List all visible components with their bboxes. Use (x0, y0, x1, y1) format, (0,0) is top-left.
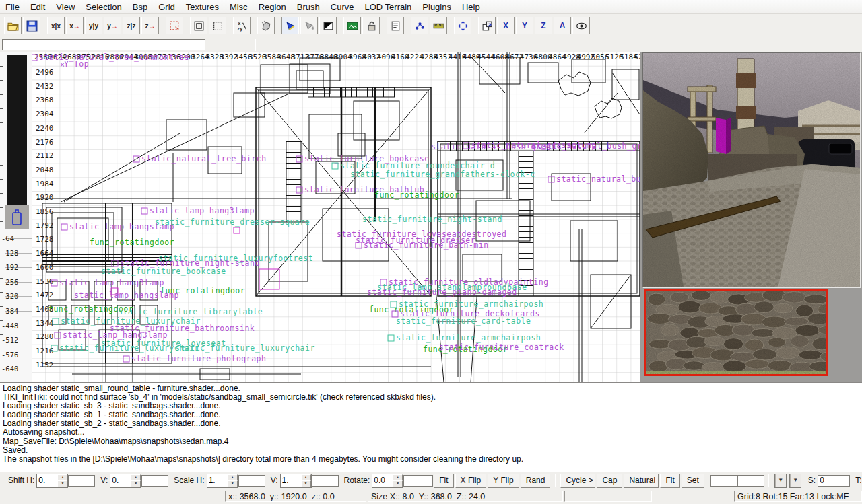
xy-2d-view[interactable]: 2560262426882752281628802944300830723136… (32, 52, 640, 382)
flip-y-button[interactable]: y|y (85, 17, 102, 34)
menu-view[interactable]: View (51, 1, 80, 13)
mirror-x-button[interactable]: x→ (66, 17, 84, 34)
region-box-icon (212, 20, 224, 32)
free-rotate-icon-button[interactable] (454, 17, 471, 34)
flip-z-button[interactable]: z|z (123, 17, 140, 34)
z-brush-extent (7, 55, 27, 205)
mirror-y-button[interactable]: y→ (104, 17, 121, 34)
axis-z-button[interactable]: Z (535, 17, 552, 34)
axis-x-button[interactable]: X (497, 17, 515, 34)
separator (555, 474, 556, 487)
fit-button[interactable]: Fit (434, 474, 453, 488)
toolbar-group-separator (160, 17, 165, 34)
s-field[interactable] (818, 475, 850, 487)
cursor-position: x:: 3568.0 y:: 1920.0 z:: 0.0 (225, 491, 366, 502)
entity-label: static_natural_bush_gre (532, 141, 640, 151)
status-bar: x:: 3568.0 y:: 1920.0 z:: 0.0 Size X:: 8… (0, 489, 862, 504)
flip-x-button[interactable]: x|x (47, 17, 65, 34)
shift-h-stepper[interactable]: ▲▼ (36, 474, 68, 488)
z-ruler-value: -640 (1, 365, 18, 373)
shift-v-field[interactable] (141, 475, 168, 487)
mirror-z-button[interactable]: z→ (141, 17, 159, 34)
texture-filter-input[interactable] (2, 39, 205, 50)
popup-window-icon-button[interactable] (478, 17, 496, 34)
camera-add-icon (304, 20, 315, 32)
shift-h-field[interactable] (68, 475, 95, 487)
menu-brush[interactable]: Brush (292, 1, 325, 13)
scale-v-field[interactable] (312, 475, 339, 487)
z-view[interactable]: -64-128-192-256-320-384-448-512-576-640 (0, 52, 32, 382)
menu-selection[interactable]: Selection (80, 1, 127, 13)
noise-overlay (643, 53, 860, 287)
rotate-field[interactable] (403, 475, 433, 487)
menu-misc[interactable]: Misc (224, 1, 253, 13)
popup-window-icon (482, 20, 493, 32)
z-camera-marker[interactable] (5, 205, 29, 229)
menu-curve[interactable]: Curve (325, 1, 360, 13)
menu-edit[interactable]: Edit (25, 1, 51, 13)
scale-h-stepper[interactable]: ▲▼ (207, 474, 238, 488)
selection-mode-icon-button[interactable] (166, 17, 183, 34)
split-window-icon-button[interactable] (190, 17, 207, 34)
region-box-icon-button[interactable] (209, 17, 226, 34)
menu-textures[interactable]: Textures (180, 1, 224, 13)
svg-text:2176: 2176 (36, 138, 54, 147)
grid-settings: Grid:8 Rot:15 Far:13 Lock:MF (734, 491, 862, 502)
save-icon-button[interactable] (23, 17, 40, 34)
console-view-icon-button[interactable] (387, 17, 404, 34)
patch-field-1[interactable] (710, 475, 737, 487)
menu-lod-terrain[interactable]: LOD Terrain (359, 1, 417, 13)
csg-cube-icon (261, 20, 272, 32)
set-button[interactable]: Set (682, 474, 704, 488)
axis-y-button[interactable]: Y (516, 17, 533, 34)
natural-button[interactable]: Natural (624, 474, 659, 488)
entity-label: static_lamp_hang3lamp (150, 206, 255, 215)
menu-region[interactable]: Region (253, 1, 292, 13)
show-hide-icon-button[interactable] (572, 17, 590, 34)
cycle-button[interactable]: Cycle > (560, 474, 595, 488)
rotate-stepper[interactable]: ▲▼ (372, 474, 403, 488)
patch-combo-2[interactable]: ▼ (789, 474, 801, 488)
cap-button[interactable]: Cap (597, 474, 622, 488)
shift-v-stepper[interactable]: ▲▼ (110, 474, 141, 488)
y-flip-button[interactable]: Y Flip (488, 474, 519, 488)
menu-help[interactable]: Help (457, 1, 486, 13)
entity-label: static_furniture_night-stand (362, 215, 502, 224)
entity-label: static_furniture_photograph (131, 354, 266, 363)
camera-add-icon-button[interactable] (300, 17, 318, 34)
camera-mode-icon-button[interactable] (281, 17, 299, 34)
svg-text:2432: 2432 (36, 82, 54, 91)
toolbar-group-separator (227, 17, 232, 34)
measure-icon-button[interactable] (430, 17, 447, 34)
scale-h-field[interactable] (238, 475, 265, 487)
rand-button[interactable]: Rand (521, 474, 551, 488)
menu-file[interactable]: File (0, 1, 25, 13)
svg-text:1984: 1984 (36, 180, 54, 188)
mirror-z-label: z→ (145, 22, 156, 30)
t-label: T: (855, 476, 861, 485)
selection-mode-icon (169, 20, 180, 32)
csg-cube-icon-button[interactable] (257, 17, 275, 34)
console-log[interactable]: Loading shader static_small_round_table … (0, 382, 862, 471)
selected-texture-preview[interactable] (644, 289, 828, 376)
svg-text:2304: 2304 (36, 110, 54, 118)
vertex-points-icon-button[interactable] (411, 17, 428, 34)
scale-v-stepper[interactable]: ▲▼ (280, 474, 312, 488)
textures-view-icon-button[interactable] (343, 17, 361, 34)
menu-grid[interactable]: Grid (153, 1, 180, 13)
menu-plugins[interactable]: Plugins (417, 1, 457, 13)
menu-bsp[interactable]: Bsp (127, 1, 153, 13)
camera-mode-icon (285, 20, 296, 32)
camera-3d-view[interactable] (642, 52, 861, 288)
texture-lock-icon-button[interactable] (362, 17, 380, 34)
s-label: S: (808, 476, 816, 485)
patch-field-2[interactable] (737, 475, 764, 487)
invert-view-icon-button[interactable] (319, 17, 337, 34)
menu-bar: FileEditViewSelectionBspGridTexturesMisc… (0, 0, 862, 14)
angles-button[interactable]: A (554, 17, 571, 34)
axis-xyz-icon-button[interactable]: xzy (233, 17, 251, 34)
fit-patch-button[interactable]: Fit (660, 474, 679, 488)
x-flip-button[interactable]: X Flip (455, 474, 487, 488)
open-icon-button[interactable] (4, 17, 22, 34)
patch-combo-1[interactable]: ▼ (774, 474, 787, 488)
